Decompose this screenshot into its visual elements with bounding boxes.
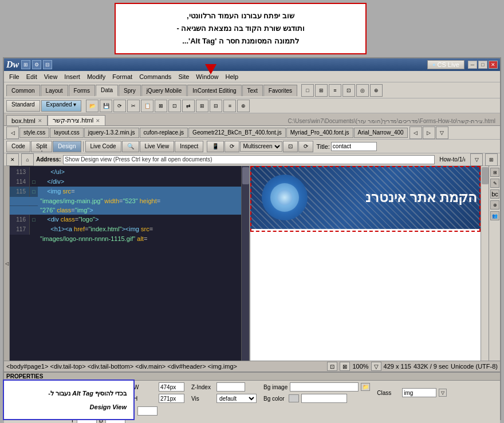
- tab-jquery-mobile[interactable]: jQuery Mobile: [141, 85, 187, 96]
- menu-edit[interactable]: Edit: [23, 73, 40, 81]
- inspect-button[interactable]: Live View: [140, 141, 175, 152]
- tb-icon-4[interactable]: ✂: [127, 100, 140, 112]
- bg-color-input[interactable]: [301, 394, 347, 403]
- tabs-menu[interactable]: ▽: [436, 126, 448, 139]
- design-view-button[interactable]: Design: [53, 141, 81, 152]
- w-input[interactable]: [159, 382, 184, 392]
- menu-format[interactable]: Format: [109, 73, 135, 81]
- tb-icon-10[interactable]: ⊟: [210, 100, 222, 112]
- tb-icon-11[interactable]: ≡: [223, 100, 236, 112]
- clip-r-input[interactable]: [137, 406, 158, 416]
- class-input[interactable]: [402, 388, 436, 397]
- tb-icon-6[interactable]: ⊠: [155, 100, 167, 112]
- right-icon-1[interactable]: ⊞: [490, 168, 499, 177]
- view-icon-refresh2[interactable]: ⟳: [298, 141, 313, 152]
- inspect-icon[interactable]: 🔍: [122, 141, 139, 152]
- tab-spry[interactable]: Spry: [119, 85, 141, 96]
- file-tab-myriad[interactable]: Myriad_Pro_400.font.js: [286, 128, 353, 138]
- file-tab-arial[interactable]: Arial_Narrow_400: [354, 128, 408, 138]
- bg-image-input[interactable]: [290, 382, 359, 392]
- tb-icon-5[interactable]: 📋: [141, 100, 153, 112]
- insert-btn-1[interactable]: □: [301, 84, 314, 97]
- z-input[interactable]: [216, 382, 245, 392]
- tab-forms[interactable]: Forms: [69, 85, 95, 96]
- refresh-icon[interactable]: ⟳: [225, 141, 239, 152]
- code-view-button[interactable]: Code: [6, 141, 30, 152]
- insert-btn-6[interactable]: ⊕: [370, 84, 383, 97]
- file-tab-jquery[interactable]: jquery-1.3.2.min.js: [84, 128, 139, 138]
- insert-btn-5[interactable]: ◎: [356, 84, 369, 97]
- status-icon-2[interactable]: ⊠: [340, 362, 350, 371]
- menu-file[interactable]: File: [6, 73, 22, 81]
- zoom-menu[interactable]: ▽: [371, 362, 381, 371]
- menu-insert[interactable]: Insert: [61, 73, 83, 81]
- cs-live-button[interactable]: ● CS Live: [427, 60, 464, 69]
- title-input[interactable]: [331, 142, 377, 151]
- multiscreen-select[interactable]: Multiscreen: [240, 141, 282, 152]
- maximize-button[interactable]: □: [478, 61, 487, 69]
- bg-color-swatch[interactable]: [289, 394, 299, 402]
- tab-favorites[interactable]: Favorites: [263, 85, 297, 96]
- close-tab-tzira[interactable]: ✕: [96, 118, 100, 124]
- view-icon-extra[interactable]: ⊡: [283, 141, 298, 152]
- split-view-button[interactable]: Split: [31, 141, 52, 152]
- menu-view[interactable]: View: [41, 73, 61, 81]
- panel-collapse-left[interactable]: ◁: [4, 166, 10, 361]
- insert-btn-3[interactable]: ≡: [329, 84, 341, 97]
- design-scrollbar-thumb[interactable]: [482, 167, 489, 184]
- gear-icon[interactable]: ⚙: [32, 60, 41, 69]
- menu-commands[interactable]: Commands: [136, 73, 174, 81]
- tb-icon-3[interactable]: ⟳: [113, 100, 126, 112]
- bg-image-browse[interactable]: 📁: [361, 383, 370, 391]
- file-tab-style[interactable]: style.css: [19, 128, 49, 138]
- file-tab-geometr[interactable]: Geometr212_BkCn_BT_400.font.js: [188, 128, 286, 138]
- file-tab-cufon[interactable]: cufon-replace.js: [140, 128, 188, 138]
- browse-btn[interactable]: ▽: [470, 153, 483, 166]
- h-input[interactable]: [159, 394, 184, 403]
- scrollbar-thumb[interactable]: [242, 167, 249, 184]
- doc-tab-tzira[interactable]: צירת-קשר.html ✕: [48, 115, 106, 125]
- tb-icon-9[interactable]: ⊞: [196, 100, 208, 112]
- right-icon-2[interactable]: ✎: [490, 179, 499, 188]
- design-scrollbar[interactable]: [481, 166, 489, 361]
- grid-icon[interactable]: ⊞: [21, 60, 30, 69]
- menu-site[interactable]: Site: [175, 73, 192, 81]
- close-button[interactable]: ✕: [489, 61, 498, 69]
- standard-button[interactable]: Standard: [6, 100, 40, 112]
- tab-incontext[interactable]: InContext Editing: [187, 85, 241, 96]
- tb-icon-8[interactable]: ⇄: [182, 100, 195, 112]
- menu-help[interactable]: Help: [222, 73, 241, 81]
- minimize-button[interactable]: ─: [468, 61, 477, 69]
- tb-icon-7[interactable]: ⊡: [168, 100, 181, 112]
- tb-icon-2[interactable]: 💾: [100, 100, 112, 112]
- tb-icon-12[interactable]: ⊕: [237, 100, 250, 112]
- tab-text[interactable]: Text: [242, 85, 263, 96]
- class-menu[interactable]: ▽: [439, 389, 447, 397]
- right-icon-5[interactable]: 👥: [490, 211, 499, 220]
- right-icon-3[interactable]: bc: [490, 189, 499, 199]
- file-tab-layout[interactable]: layout.css: [50, 128, 83, 138]
- tab-data[interactable]: Data: [96, 85, 118, 96]
- tb-icon-1[interactable]: 📂: [86, 100, 99, 112]
- doc-tab-box[interactable]: box.html ✕: [6, 115, 48, 125]
- tab-layout[interactable]: Layout: [41, 85, 68, 96]
- status-icon-1[interactable]: ⊡: [327, 362, 337, 371]
- expanded-button[interactable]: Expanded ▾: [41, 100, 82, 112]
- menu-modify[interactable]: Modify: [84, 73, 108, 81]
- grid-toggle[interactable]: ⊞: [485, 153, 498, 166]
- source-code-toggle[interactable]: ◁: [6, 126, 19, 139]
- insert-btn-2[interactable]: ⊞: [315, 84, 328, 97]
- live-code-button[interactable]: Live Code: [85, 141, 121, 152]
- stop-icon[interactable]: ✕: [6, 153, 19, 166]
- home-icon[interactable]: ⌂: [21, 153, 34, 166]
- insert-btn-4[interactable]: ⊡: [342, 84, 355, 97]
- layout-icon[interactable]: ⊟: [43, 60, 52, 69]
- vis-select[interactable]: default: [216, 394, 257, 403]
- code-scrollbar[interactable]: [241, 166, 249, 361]
- scroll-tabs-right[interactable]: ▷: [423, 126, 435, 139]
- tab-common[interactable]: Common: [6, 85, 40, 96]
- inspect-text-button[interactable]: Inspect: [175, 141, 203, 152]
- scroll-tabs-left[interactable]: ◁: [410, 126, 422, 139]
- right-icon-4[interactable]: ⊕: [490, 200, 499, 209]
- device-icon[interactable]: 📱: [207, 141, 224, 152]
